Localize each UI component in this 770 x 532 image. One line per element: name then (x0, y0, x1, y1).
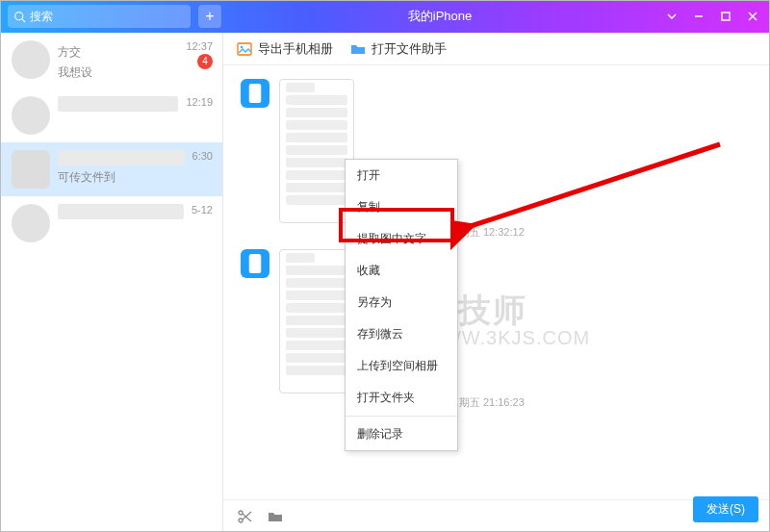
conversation-item[interactable]: 12:19 (0, 89, 222, 142)
svg-rect-3 (722, 13, 730, 20)
menu-delete-record[interactable]: 删除记录 (346, 418, 457, 450)
menu-separator (346, 416, 457, 417)
avatar (12, 204, 50, 242)
export-album-button[interactable]: 导出手机相册 (237, 40, 333, 58)
conversation-preview (58, 204, 184, 219)
search-input[interactable]: 搜索 (8, 5, 191, 28)
conversation-preview (58, 150, 185, 165)
menu-open-folder[interactable]: 打开文件夹 (346, 382, 457, 414)
conversation-subtext: 我想设 (58, 64, 178, 81)
menu-save-weiyun[interactable]: 存到微云 (346, 318, 457, 350)
conversation-preview (58, 96, 178, 112)
menu-copy[interactable]: 复制 (346, 191, 457, 223)
image-attachment[interactable] (279, 79, 354, 223)
send-button[interactable]: 发送(S) (693, 496, 758, 522)
close-button[interactable] (739, 0, 766, 33)
unread-badge: 4 (197, 54, 213, 69)
conversation-time: 5-12 (192, 204, 213, 215)
message-item: 2023/5/5 星期五 21:16:23 (241, 249, 753, 410)
avatar (12, 40, 50, 79)
svg-line-1 (22, 18, 25, 21)
conversation-item[interactable]: 可传文件到 6:30 (0, 142, 222, 196)
svg-point-10 (239, 519, 243, 522)
conversation-preview: 方交 (58, 44, 178, 61)
menu-upload-album[interactable]: 上传到空间相册 (346, 350, 457, 382)
folder-icon[interactable] (268, 509, 283, 524)
svg-rect-8 (249, 84, 262, 103)
search-placeholder: 搜索 (30, 9, 53, 25)
menu-save-as[interactable]: 另存为 (346, 287, 457, 318)
add-button[interactable]: + (198, 5, 221, 28)
maximize-button[interactable] (712, 0, 739, 33)
conversation-item[interactable]: 5-12 (0, 196, 222, 250)
chat-area: 2023/5/5 星期五 12:32:12 2023/5/5 星期五 21:16… (223, 65, 770, 499)
conversation-subtext: 可传文件到 (58, 169, 185, 186)
title-bar: 搜索 + 我的iPhone (0, 0, 770, 33)
collapse-button[interactable] (658, 0, 685, 33)
conversation-time: 6:30 (192, 150, 213, 162)
minimize-button[interactable] (685, 0, 712, 33)
chat-toolbar: 导出手机相册 打开文件助手 (223, 33, 770, 65)
svg-point-7 (241, 45, 244, 48)
search-icon (13, 11, 26, 23)
avatar (12, 150, 50, 189)
folder-icon (350, 41, 366, 57)
export-album-label: 导出手机相册 (258, 40, 333, 58)
avatar (12, 96, 50, 135)
open-file-helper-button[interactable]: 打开文件助手 (350, 40, 447, 58)
context-menu: 打开 复制 提取图中文字 收藏 另存为 存到微云 上传到空间相册 打开文件夹 删… (345, 159, 458, 451)
input-toolbar (223, 499, 770, 532)
conversation-time: 12:37 (186, 40, 213, 52)
svg-point-11 (239, 511, 243, 515)
menu-extract-text[interactable]: 提取图中文字 (346, 223, 457, 255)
svg-point-0 (15, 12, 23, 19)
sender-avatar (241, 249, 270, 278)
conversation-item[interactable]: 方交 我想设 12:37 4 (0, 33, 222, 89)
conversation-sidebar: 方交 我想设 12:37 4 12:19 可传文件到 6:30 (0, 33, 223, 532)
sender-avatar (241, 79, 270, 108)
image-attachment[interactable] (279, 249, 354, 393)
menu-open[interactable]: 打开 (346, 160, 457, 191)
svg-rect-9 (249, 254, 262, 273)
window-title: 我的iPhone (221, 8, 658, 25)
phone-icon (248, 254, 262, 273)
open-file-helper-label: 打开文件助手 (372, 40, 447, 58)
scissors-icon[interactable] (237, 509, 252, 524)
menu-favorite[interactable]: 收藏 (346, 255, 457, 287)
conversation-time: 12:19 (186, 96, 213, 108)
message-item: 2023/5/5 星期五 12:32:12 (241, 79, 753, 240)
phone-icon (248, 84, 262, 103)
photo-export-icon (237, 41, 252, 57)
